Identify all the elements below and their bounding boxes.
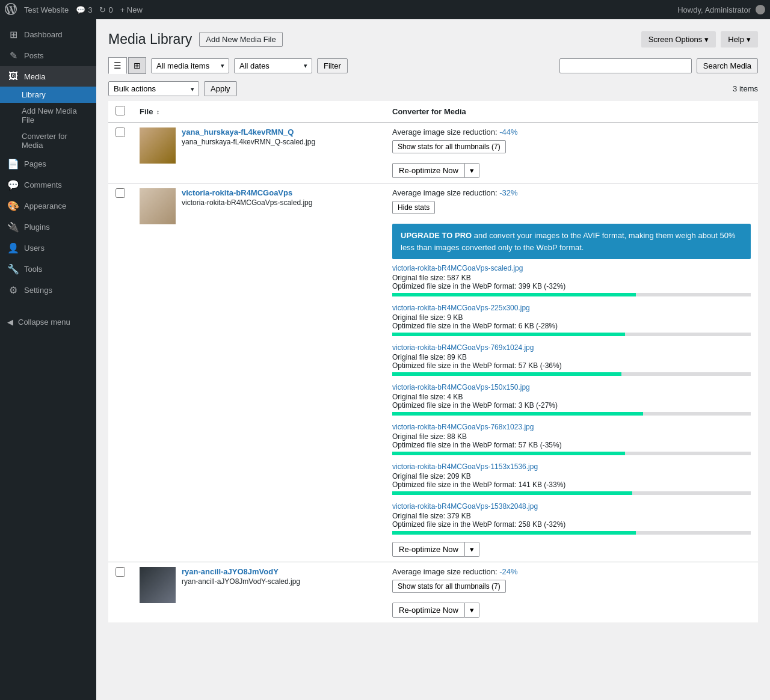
plugins-icon: 🔌	[7, 221, 19, 233]
sidebar-item-users[interactable]: 👤 Users	[0, 238, 96, 259]
appearance-icon: 🎨	[7, 200, 19, 212]
row1-avg-reduction: Average image size reduction: -44%	[392, 127, 751, 137]
row1-reoptimize-dropdown[interactable]: ▾	[465, 163, 479, 178]
row2-checkbox-cell	[108, 183, 132, 562]
file-stat-name: victoria-rokita-bR4MCGoaVps-1153x1536.jp…	[392, 462, 751, 471]
submenu-add-new[interactable]: Add New Media File	[0, 103, 96, 128]
updates-count[interactable]: ↻0	[99, 5, 112, 14]
select-all-checkbox[interactable]	[116, 106, 125, 115]
row1-checkbox[interactable]	[116, 127, 125, 137]
sidebar-item-posts[interactable]: ✎ Posts	[0, 45, 96, 66]
row2-checkbox[interactable]	[116, 188, 125, 198]
upgrade-banner: UPGRADE TO PRO and convert your images t…	[392, 224, 751, 259]
progress-bar-fill	[392, 531, 636, 535]
dashboard-icon: ⊞	[7, 29, 19, 40]
file-stat-item: victoria-rokita-bR4MCGoaVps-1538x2048.jp…	[392, 502, 751, 535]
search-input[interactable]	[559, 58, 692, 73]
row2-reoptimize-dropdown[interactable]: ▾	[465, 542, 479, 557]
file-stat-item: victoria-rokita-bR4MCGoaVps-150x150.jpgO…	[392, 383, 751, 416]
wp-logo-icon	[5, 3, 17, 17]
file-stat-original: Original file size: 88 KB	[392, 432, 751, 441]
new-content-button[interactable]: + New	[120, 5, 143, 14]
sidebar-item-dashboard[interactable]: ⊞ Dashboard	[0, 24, 96, 45]
bulk-actions-select[interactable]: Bulk actions Delete permanently	[108, 81, 199, 96]
file-stat-optimized: Optimized file size in the WebP format: …	[392, 282, 751, 290]
table-header-row: File ↕ Converter for Media	[108, 101, 758, 123]
avatar	[756, 5, 765, 14]
file-stat-name: victoria-rokita-bR4MCGoaVps-769x1024.jpg	[392, 343, 751, 352]
comments-count[interactable]: 💬3	[76, 5, 92, 14]
file-stat-original: Original file size: 4 KB	[392, 393, 751, 401]
media-table: File ↕ Converter for Media	[108, 101, 758, 622]
file-stat-optimized: Optimized file size in the WebP format: …	[392, 441, 751, 449]
row2-file-info: victoria-rokita-bR4MCGoaVps victoria-rok…	[140, 188, 378, 224]
file-col-header[interactable]: File ↕	[132, 101, 385, 123]
screen-options-button[interactable]: Screen Options ▾	[641, 31, 716, 48]
row2-avg-reduction: Average image size reduction: -32%	[392, 188, 751, 197]
apply-button[interactable]: Apply	[204, 81, 237, 96]
file-stat-optimized: Optimized file size in the WebP format: …	[392, 520, 751, 529]
row1-reoptimize-button[interactable]: Re-optimize Now	[392, 163, 465, 178]
row1-file-scaled: yana_hurskaya-fL4kevRMN_Q-scaled.jpg	[182, 138, 315, 146]
progress-bar	[392, 412, 751, 416]
row3-thumbnail	[140, 567, 176, 603]
file-stat-name: victoria-rokita-bR4MCGoaVps-150x150.jpg	[392, 383, 751, 391]
sidebar-item-plugins[interactable]: 🔌 Plugins	[0, 216, 96, 238]
row1-file-link[interactable]: yana_hurskaya-fL4kevRMN_Q	[182, 127, 294, 137]
row2-reoptimize-button[interactable]: Re-optimize Now	[392, 542, 465, 557]
sidebar-item-pages[interactable]: 📄 Pages	[0, 153, 96, 174]
row3-reoptimize-button[interactable]: Re-optimize Now	[392, 603, 465, 618]
file-stat-original: Original file size: 209 KB	[392, 472, 751, 480]
sidebar-item-settings[interactable]: ⚙ Settings	[0, 280, 96, 301]
row2-file-stats-list: victoria-rokita-bR4MCGoaVps-scaled.jpgOr…	[392, 264, 751, 535]
row2-hide-stats-button[interactable]: Hide stats	[392, 201, 435, 214]
collapse-menu-button[interactable]: ◀ Collapse menu	[0, 313, 96, 331]
add-new-media-button[interactable]: Add New Media File	[199, 32, 282, 47]
file-stat-original: Original file size: 9 KB	[392, 313, 751, 322]
row3-checkbox[interactable]	[116, 567, 125, 577]
file-stat-item: victoria-rokita-bR4MCGoaVps-225x300.jpgO…	[392, 304, 751, 336]
sidebar-item-tools[interactable]: 🔧 Tools	[0, 259, 96, 280]
media-type-select[interactable]: All media items Images Unattached	[151, 58, 229, 73]
sidebar-item-media[interactable]: 🖼 Media	[0, 66, 96, 87]
file-stat-name: victoria-rokita-bR4MCGoaVps-scaled.jpg	[392, 264, 751, 272]
row1-converter-cell: Average image size reduction: -44% Show …	[385, 123, 758, 183]
row2-file-link[interactable]: victoria-rokita-bR4MCGoaVps	[182, 188, 292, 197]
comments-icon: 💬	[7, 179, 19, 191]
search-media-button[interactable]: Search Media	[697, 58, 758, 73]
list-view-button[interactable]: ☰	[108, 57, 127, 74]
row1-file-info: yana_hurskaya-fL4kevRMN_Q yana_hurskaya-…	[140, 127, 378, 164]
file-stat-original: Original file size: 379 KB	[392, 512, 751, 520]
row3-avg-reduction: Average image size reduction: -24%	[392, 567, 751, 576]
row1-reoptimize-wrap: Re-optimize Now ▾	[392, 163, 751, 178]
table-row: ryan-ancill-aJYO8JmVodY ryan-ancill-aJYO…	[108, 562, 758, 623]
sidebar-item-users-label: Users	[24, 244, 45, 253]
progress-bar	[392, 452, 751, 455]
file-stat-original: Original file size: 587 KB	[392, 274, 751, 282]
sidebar-item-comments[interactable]: 💬 Comments	[0, 174, 96, 195]
row3-file-link[interactable]: ryan-ancill-aJYO8JmVodY	[182, 567, 279, 576]
help-button[interactable]: Help ▾	[721, 31, 758, 48]
progress-bar-fill	[392, 333, 625, 336]
page-header-right: Screen Options ▾ Help ▾	[641, 31, 758, 48]
submenu-converter[interactable]: Converter for Media	[0, 128, 96, 153]
site-name[interactable]: Test Website	[24, 5, 69, 14]
file-stat-name: victoria-rokita-bR4MCGoaVps-768x1023.jpg	[392, 423, 751, 431]
admin-menu: ⊞ Dashboard ✎ Posts 🖼 Media Library Add …	[0, 19, 96, 700]
row3-reoptimize-dropdown[interactable]: ▾	[465, 603, 479, 618]
submenu-library[interactable]: Library	[0, 87, 96, 103]
progress-bar	[392, 491, 751, 495]
grid-view-button[interactable]: ⊞	[128, 57, 146, 74]
sidebar-item-comments-label: Comments	[24, 180, 62, 189]
filter-button[interactable]: Filter	[317, 58, 348, 73]
sidebar-item-appearance[interactable]: 🎨 Appearance	[0, 195, 96, 216]
date-select[interactable]: All dates January 2024	[234, 58, 312, 73]
select-all-col	[108, 101, 132, 123]
file-stat-item: victoria-rokita-bR4MCGoaVps-scaled.jpgOr…	[392, 264, 751, 296]
sidebar-item-plugins-label: Plugins	[24, 223, 50, 232]
row1-show-stats-button[interactable]: Show stats for all thumbnails (7)	[392, 140, 506, 153]
row3-show-stats-button[interactable]: Show stats for all thumbnails (7)	[392, 580, 506, 593]
row2-converter-cell: Average image size reduction: -32% Hide …	[385, 183, 758, 562]
search-wrap: Search Media	[559, 58, 758, 73]
progress-bar	[392, 531, 751, 535]
